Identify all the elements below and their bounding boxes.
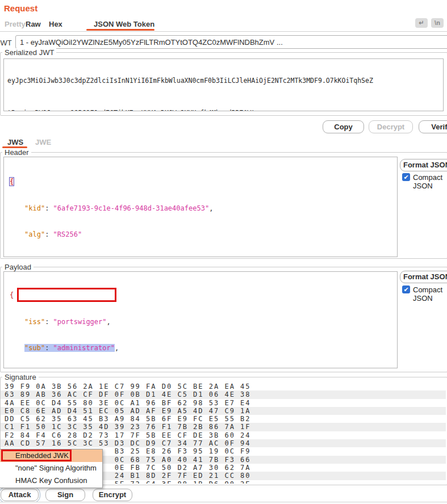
signature-context-menu: Embedded JWK"none" Signing AlgorithmHMAC… — [0, 449, 103, 488]
tab-pretty[interactable]: Pretty — [5, 20, 26, 28]
page-title: Request — [4, 3, 37, 13]
word-wrap-icon[interactable]: ↵ — [415, 18, 428, 28]
hex-row: C1 F1 50 1C 3C 35 4D 39 23 76 F1 7B 2B 8… — [1, 423, 446, 431]
kid-key: "kid" — [24, 204, 45, 212]
hex-row: AA CD 57 16 5C 3C 53 D3 DC D9 C7 34 77 A… — [1, 439, 446, 447]
tab-jwe[interactable]: JWE — [35, 138, 51, 146]
sub-value: "administrator" — [53, 344, 115, 352]
header-compact-json-label: Compact JSON — [413, 173, 447, 190]
tab-hex[interactable]: Hex — [49, 20, 62, 28]
hex-row: 4A EE 0C D4 55 80 3E 0C A1 96 BF 62 98 5… — [1, 399, 446, 407]
payload-json-editor[interactable]: { "iss": "portswigger", "sub": "administ… — [3, 271, 398, 368]
tab-separator — [0, 31, 447, 32]
tab-raw[interactable]: Raw — [26, 20, 41, 28]
header-json-editor[interactable]: { "kid": "6afe7193-9c1e-4f96-948d-31ae40… — [3, 157, 398, 257]
hex-row: 39 F9 0A 3B 56 2A 1E C7 99 FA D0 5C BE 2… — [1, 383, 446, 390]
selected-text: "sub": "administrator" — [24, 344, 115, 352]
iss-key: "iss" — [24, 318, 45, 326]
serialized-jwt-label: Serialized JWT — [2, 48, 56, 57]
active-tab-underline — [86, 29, 154, 31]
current-line-highlight: } — [4, 257, 397, 258]
hex-row: E0 C8 6E AD D4 51 EC 05 AD AF E9 A5 4D 4… — [1, 407, 446, 415]
tab-jws[interactable]: JWS — [7, 138, 23, 146]
header-format-json-button[interactable]: Format JSON — [400, 159, 447, 171]
open-brace: { — [10, 291, 14, 299]
decrypt-button[interactable]: Decrypt — [369, 120, 413, 133]
payload-label: Payload — [2, 263, 34, 271]
jwt-editor-request-panel: Request Pretty Raw Hex JSON Web Token ↵ … — [0, 0, 447, 504]
payload-format-json-button[interactable]: Format JSON — [400, 271, 447, 283]
sign-button[interactable]: Sign — [45, 489, 85, 501]
sub-key: "sub" — [24, 344, 45, 352]
menu-item-hmac-key-confusion[interactable]: HMAC Key Confusion — [0, 474, 102, 487]
alg-key: "alg" — [24, 230, 45, 238]
payload-compact-json-label: Compact JSON — [413, 285, 447, 303]
jwt-selector-input[interactable]: 1 - eyJraWQiOiI2YWZlNzE5My05YzFlLTRmOTYt… — [15, 35, 447, 49]
copy-button[interactable]: Copy — [323, 120, 364, 133]
jwt-line: eyJpc3MiOiJwb3J0c3dpZ2dlciIsInN1YiI6ImFk… — [7, 75, 440, 86]
verify-button[interactable]: Verify — [419, 120, 447, 133]
payload-compact-json-checkbox[interactable]: ✔ — [402, 285, 410, 293]
encrypt-button[interactable]: Encrypt — [93, 489, 132, 501]
tab-json-web-token[interactable]: JSON Web Token — [94, 20, 154, 28]
hex-row: F2 84 F4 C6 28 D2 73 17 7F 5B EE CF DE 3… — [1, 431, 446, 439]
attack-button[interactable]: Attack — [1, 489, 39, 501]
close-brace: } — [10, 257, 14, 258]
jwt-line: tBcvirqRWOJqzasz98PC9FOxdEGTjhK7gzUVYA-D… — [7, 108, 440, 111]
menu-item-none-signing-algorithm[interactable]: "none" Signing Algorithm — [0, 462, 102, 474]
header-compact-json-checkbox[interactable]: ✔ — [402, 173, 410, 181]
alg-value: "RS256" — [53, 230, 82, 238]
jwt-selector-label: JWT — [0, 39, 12, 47]
hex-row: 63 89 AB 36 AC CF DF 0F 0B D1 4E C5 D1 0… — [1, 390, 446, 398]
open-brace: { — [10, 178, 14, 186]
kid-value: "6afe7193-9c1e-4f96-948d-31ae40afee53" — [53, 204, 210, 212]
signature-label: Signature — [2, 373, 39, 381]
iss-value: "portswigger" — [53, 318, 107, 326]
hex-row: DD C5 62 35 63 45 B3 A9 84 5B 6F E9 FC E… — [1, 415, 446, 423]
header-label: Header — [2, 148, 31, 157]
show-newlines-icon[interactable]: \n — [431, 18, 444, 28]
menu-item-embedded-jwk[interactable]: Embedded JWK — [0, 450, 102, 462]
serialized-jwt-textarea[interactable]: eyJpc3MiOiJwb3J0c3dpZ2dlciIsInN1YiI6ImFk… — [3, 58, 444, 111]
